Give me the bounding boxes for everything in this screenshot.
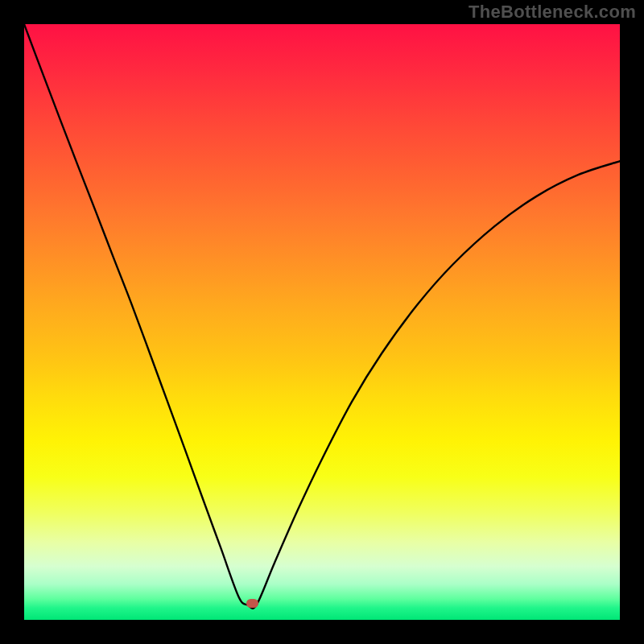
optimal-point-marker — [246, 599, 258, 608]
plot-area — [24, 24, 620, 620]
watermark-text: TheBottleneck.com — [469, 2, 636, 23]
curve-svg — [24, 24, 620, 620]
chart-frame: TheBottleneck.com — [0, 0, 644, 644]
bottleneck-curve — [24, 24, 620, 609]
